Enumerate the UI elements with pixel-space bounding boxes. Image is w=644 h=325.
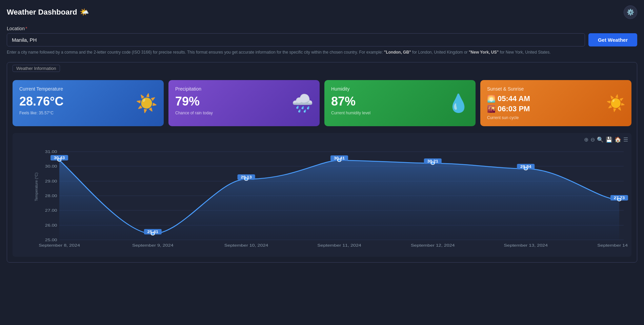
weather-info-section: Weather Information Current Temperature … xyxy=(7,62,637,263)
precipitation-card: Precipitation 79% Chance of rain today 🌧… xyxy=(168,80,320,126)
example2: "New York, US" xyxy=(469,50,499,55)
page-title: Weather Dashboard 🌤️ xyxy=(7,8,89,17)
svg-text:September 11, 2024: September 11, 2024 xyxy=(317,243,361,248)
svg-text:30.00: 30.00 xyxy=(45,164,57,169)
chart-container: ⊕ ⊖ 🔍 💾 🏠 ☰ Temperature (°C) xyxy=(13,133,631,257)
svg-text:26.00: 26.00 xyxy=(45,223,57,228)
menu-icon[interactable]: ☰ xyxy=(623,136,628,143)
sun-times: 🌅 05:44 AM 🌇 06:03 PM xyxy=(487,94,625,113)
example1: "London, GB" xyxy=(384,50,411,55)
sun-card: Sunset & Sunrise 🌅 05:44 AM 🌇 06:03 PM C… xyxy=(480,80,631,126)
svg-point-29 xyxy=(244,178,248,180)
rain-icon: 🌧️ xyxy=(291,93,314,114)
title-text: Weather Dashboard xyxy=(7,8,77,17)
zoom-out-icon[interactable]: ⊖ xyxy=(590,136,595,143)
home-icon[interactable]: 🏠 xyxy=(615,136,621,143)
svg-point-32 xyxy=(338,159,341,162)
precip-card-title: Precipitation xyxy=(175,86,313,92)
temperature-card: Current Temperature 28.76°C Feels like: … xyxy=(13,80,164,126)
droplet-icon: 💧 xyxy=(447,93,469,114)
location-row: Get Weather xyxy=(7,33,637,46)
svg-text:September 13, 2024: September 13, 2024 xyxy=(504,243,548,248)
sunrise-row: 🌅 05:44 AM xyxy=(487,94,625,103)
header: Weather Dashboard 🌤️ ⚙️ xyxy=(7,5,637,19)
svg-text:27.00: 27.00 xyxy=(45,208,57,213)
settings-button[interactable]: ⚙️ xyxy=(624,5,637,19)
sun-icon: ☀️ xyxy=(136,93,158,114)
weather-icon: 🌤️ xyxy=(80,8,89,17)
svg-text:25.00: 25.00 xyxy=(45,238,57,242)
humidity-card-title: Humidity xyxy=(331,86,469,92)
svg-text:September 10, 2024: September 10, 2024 xyxy=(224,243,268,248)
humidity-card: Humidity 87% Current humidity level 💧 xyxy=(324,80,476,126)
get-weather-button[interactable]: Get Weather xyxy=(588,33,637,46)
temperature-chart: 31.00 30.00 29.00 28.00 27.00 26.00 25.0… xyxy=(33,145,628,253)
svg-text:29.00: 29.00 xyxy=(45,179,57,184)
y-axis-label: Temperature (°C) xyxy=(34,173,38,201)
svg-point-41 xyxy=(618,198,621,201)
sun-card-title: Sunset & Sunrise xyxy=(487,86,625,92)
svg-text:28.00: 28.00 xyxy=(45,194,57,198)
svg-point-26 xyxy=(151,232,155,235)
svg-text:September 9, 2024: September 9, 2024 xyxy=(132,243,174,248)
section-label: Weather Information xyxy=(13,65,60,72)
sunrise-icon: 🌅 xyxy=(487,95,496,103)
sunset-time: 06:03 PM xyxy=(498,104,530,113)
temp-card-title: Current Temperature xyxy=(19,86,157,92)
svg-point-38 xyxy=(524,167,527,170)
sunset-icon: 🌇 xyxy=(487,105,496,113)
location-section: Location* Get Weather Enter a city name … xyxy=(7,26,637,55)
svg-text:September 12, 2024: September 12, 2024 xyxy=(411,243,455,248)
zoom-icon[interactable]: 🔍 xyxy=(597,136,604,143)
location-label: Location* xyxy=(7,26,637,31)
svg-text:September 8, 2024: September 8, 2024 xyxy=(39,243,80,248)
sunrise-time: 05:44 AM xyxy=(498,94,530,103)
chart-wrapper: Temperature (°C) xyxy=(33,145,628,253)
help-text: Enter a city name followed by a comma an… xyxy=(7,49,637,55)
svg-point-35 xyxy=(431,162,435,165)
required-marker: * xyxy=(25,26,27,31)
svg-text:September 14, 2024: September 14, 2024 xyxy=(597,243,628,248)
svg-point-23 xyxy=(58,159,61,161)
chart-toolbar: ⊕ ⊖ 🔍 💾 🏠 ☰ xyxy=(16,136,628,143)
sun-card-sub: Current sun cycle xyxy=(487,115,625,120)
cards-row: Current Temperature 28.76°C Feels like: … xyxy=(13,80,631,126)
zoom-in-icon[interactable]: ⊕ xyxy=(584,136,588,143)
sun-card-icon: ☀️ xyxy=(606,94,625,112)
gear-icon: ⚙️ xyxy=(627,8,634,16)
save-icon[interactable]: 💾 xyxy=(606,136,612,143)
sunset-row: 🌇 06:03 PM xyxy=(487,104,625,113)
svg-text:31.00: 31.00 xyxy=(45,150,57,154)
location-input[interactable] xyxy=(7,33,585,46)
